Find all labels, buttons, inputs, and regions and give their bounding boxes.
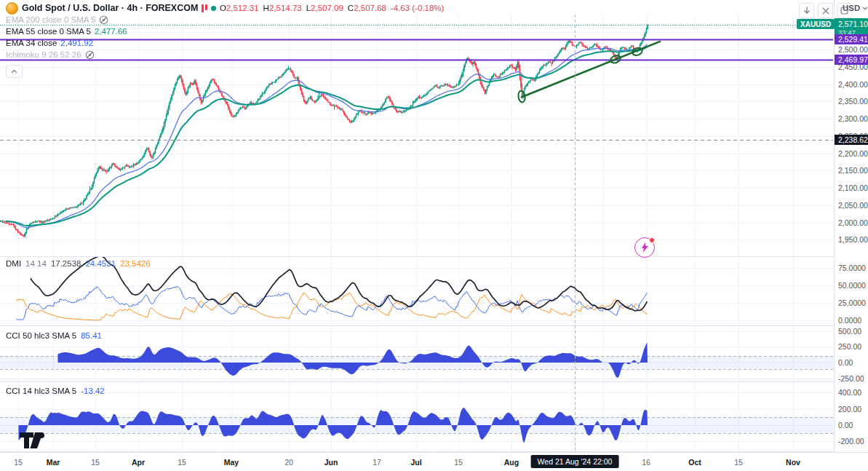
time-tick: Apr <box>132 458 145 467</box>
lightning-bolt-icon <box>640 242 649 253</box>
ohlc-values: O2,512.31H2,514.73L2,507.09C2,507.68-4.6… <box>220 4 445 12</box>
price-tick: 2,350.00 <box>838 97 868 106</box>
tradingview-logo[interactable] <box>20 432 53 451</box>
price-tick: 2,200.00 <box>838 149 868 158</box>
change-value: -4.63 (-0.18%) <box>391 4 445 12</box>
time-tick: Oct <box>688 458 701 467</box>
price-tick: 2,150.00 <box>838 166 868 175</box>
cci14-value: -13.42 <box>81 387 105 395</box>
time-axis[interactable]: Wed 21 Aug '24 22:00 ⚙ 15Mar15Apr15May20… <box>0 452 868 471</box>
visibility-off-icon[interactable] <box>99 15 108 25</box>
ohlc-value: 2,507.68 <box>354 4 386 12</box>
visibility-off-icon[interactable] <box>85 50 95 60</box>
cci14-tick: 200.00 <box>838 405 861 413</box>
cci14-tick: 0.00 <box>838 421 853 430</box>
indicator-value: 2,477.66 <box>95 27 127 36</box>
price-tick: 2,050.00 <box>838 201 868 210</box>
time-tick: Aug <box>504 458 519 467</box>
indicator-legend-row[interactable]: Ichimoku 9 26 52 26 <box>6 49 444 60</box>
ohlc-value: 2,507.09 <box>311 4 343 12</box>
indicator-legend-row[interactable]: EMA 200 close 0 SMA 5 <box>6 14 444 25</box>
cci14-legend[interactable]: CCI 14 hlc3 SMA 5 -13.42 <box>6 387 105 395</box>
arrow-down-icon <box>803 7 811 15</box>
cci50-legend[interactable]: CCI 50 hlc3 SMA 5 85.41 <box>6 331 102 340</box>
dmi-adx-value: 17.2538 <box>51 259 81 268</box>
indicator-legend-rows: EMA 200 close 0 SMA 5EMA 55 close 0 SMA … <box>6 14 444 60</box>
chevron-up-icon <box>11 69 17 74</box>
indicator-legend-row[interactable]: EMA 34 close2,491.92 <box>6 37 444 49</box>
cci50-tick: 500.00 <box>838 327 861 336</box>
cci50-tick: -250.00 <box>838 374 864 383</box>
price-tick: 2,000.00 <box>838 218 868 227</box>
chart-canvas[interactable] <box>0 0 868 471</box>
indicator-label[interactable]: EMA 55 close 0 SMA 5 <box>6 27 91 36</box>
legend-collapse-button[interactable] <box>6 65 23 78</box>
cci50-title[interactable]: CCI 50 hlc3 SMA 5 <box>6 331 76 340</box>
magic-wand-button[interactable] <box>634 237 655 258</box>
indicator-label[interactable]: EMA 34 close <box>6 39 57 47</box>
ohlc-item: C2,507.68 <box>348 4 386 12</box>
ohlc-key: C <box>348 4 354 12</box>
crosshair-time-label: Wed 21 Aug '24 22:00 <box>531 455 619 468</box>
time-tick: 16 <box>642 458 650 467</box>
currency-selector[interactable]: USD <box>843 4 868 12</box>
purple-upper-price-label: 2,529.41 <box>835 34 868 44</box>
time-tick: Jun <box>324 458 338 467</box>
cci14-tick: -200.00 <box>838 437 864 446</box>
dmi-title[interactable]: DMI <box>6 259 21 268</box>
cci14-tick: 400.00 <box>838 388 861 397</box>
price-tick: 2,300.00 <box>838 114 868 123</box>
price-tick: 2,500.00 <box>838 45 868 54</box>
time-tick: 15 <box>734 458 743 467</box>
last-price-value: 2,571.10 <box>838 20 868 28</box>
chart-legend: Gold Spot / U.S. Dollar · 4h · FOREXCOM … <box>6 2 444 60</box>
tradingview-logo-icon <box>20 432 53 448</box>
ohlc-key: O <box>220 4 226 12</box>
ohlc-item: H2,514.73 <box>263 4 302 12</box>
chevron-down-icon <box>862 7 868 10</box>
price-axis[interactable]: 2,500.002,450.002,400.002,350.002,300.00… <box>834 0 868 452</box>
indicator-legend-row[interactable]: EMA 55 close 0 SMA 52,477.66 <box>6 25 444 37</box>
cci50-value: 85.41 <box>81 331 102 340</box>
dmi-plusdi-value: 24.4531 <box>85 259 116 268</box>
scroll-down-button[interactable] <box>799 3 814 18</box>
collapse-icon <box>822 7 829 15</box>
time-tick: May <box>224 458 239 467</box>
ohlc-value: 2,514.73 <box>269 4 302 12</box>
dmi-tick: 50.0000 <box>838 281 866 290</box>
cci50-tick: 250.00 <box>838 342 861 351</box>
cci14-title[interactable]: CCI 14 hlc3 SMA 5 <box>6 387 76 395</box>
ohlc-item: L2,507.09 <box>306 4 343 12</box>
purple-lower-price-label: 2,469.97 <box>835 55 868 65</box>
ohlc-item: O2,512.31 <box>220 4 259 12</box>
dmi-tick: 0.0000 <box>838 316 861 325</box>
notification-dot <box>649 237 655 243</box>
dmi-minusdi-value: 23.5426 <box>120 259 151 268</box>
ohlc-value: 2,512.31 <box>226 4 259 12</box>
time-tick: 15 <box>454 458 463 467</box>
tradingview-chart-window: { "colors":{ "up":"#089981","down":"#f23… <box>0 0 868 471</box>
dmi-legend[interactable]: DMI 14 14 17.2538 24.4531 23.5426 <box>6 259 151 268</box>
symbol-row[interactable]: Gold Spot / U.S. Dollar · 4h · FOREXCOM … <box>6 2 444 14</box>
symbol-tag-label: XAUUSD <box>797 19 835 29</box>
red-bars-icon <box>202 4 207 12</box>
black-level-price-label: 2,238.62 <box>835 135 868 145</box>
ohlc-key: H <box>263 4 269 12</box>
time-tick: Nov <box>786 458 800 467</box>
time-tick: 15 <box>178 458 186 467</box>
symbol-title[interactable]: Gold Spot / U.S. Dollar · 4h · FOREXCOM <box>22 3 198 13</box>
time-tick: Mar <box>47 458 60 467</box>
cci50-tick: 0.00 <box>838 358 853 367</box>
time-tick: 20 <box>284 458 293 467</box>
dmi-params: 14 14 <box>25 259 47 268</box>
gold-coin-icon <box>6 2 18 15</box>
indicator-label[interactable]: EMA 200 close 0 SMA 5 <box>6 15 95 24</box>
indicator-value: 2,491.92 <box>60 39 93 47</box>
collapse-pane-button[interactable] <box>818 3 833 18</box>
price-tick: 1,950.00 <box>838 235 868 244</box>
time-tick: 17 <box>373 458 381 467</box>
indicator-label[interactable]: Ichimoku 9 26 52 26 <box>6 50 81 59</box>
time-tick: 15 <box>91 458 100 467</box>
price-tick: 2,400.00 <box>838 80 868 89</box>
currency-label: USD <box>843 4 860 12</box>
